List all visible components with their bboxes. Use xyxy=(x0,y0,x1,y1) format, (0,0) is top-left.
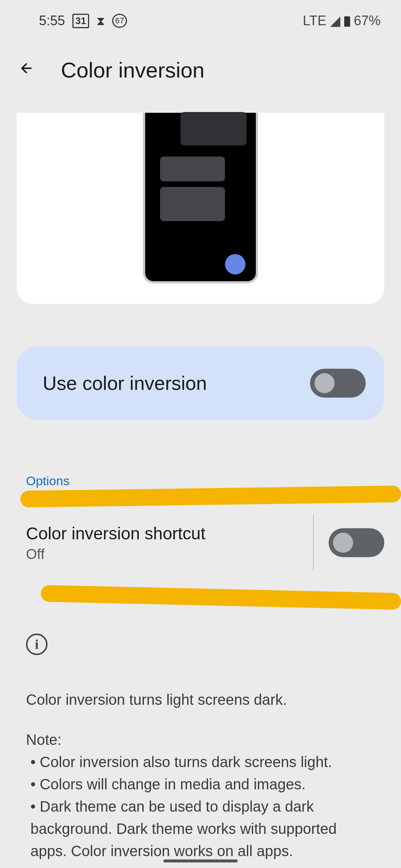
color-inversion-shortcut-row[interactable]: Color inversion shortcut Off xyxy=(26,515,384,571)
mockup-block xyxy=(160,187,225,221)
vertical-divider xyxy=(313,515,314,571)
preview-card xyxy=(17,113,384,304)
status-bar-left: 5:55 31 ⧗ 67 xyxy=(39,13,127,29)
mockup-block xyxy=(180,112,247,145)
status-bar-right: LTE ◢ 67% xyxy=(303,13,381,29)
status-time: 5:55 xyxy=(39,13,65,29)
info-icon: i xyxy=(26,634,48,655)
phone-mockup xyxy=(143,113,258,283)
mockup-block xyxy=(160,157,225,181)
battery-percent: 67% xyxy=(354,13,381,29)
shortcut-title: Color inversion shortcut xyxy=(26,523,309,543)
app-header: Color inversion xyxy=(0,38,401,113)
page-title: Color inversion xyxy=(61,57,205,82)
battery-circle-icon: 67 xyxy=(112,14,127,28)
use-color-inversion-row[interactable]: Use color inversion xyxy=(17,346,384,420)
arrow-left-icon xyxy=(19,60,35,76)
info-text: Color inversion turns light screens dark… xyxy=(26,688,375,862)
hourglass-icon: ⧗ xyxy=(97,14,105,28)
use-color-inversion-label: Use color inversion xyxy=(43,372,207,394)
info-bullet: • Dark theme can be used to display a da… xyxy=(26,795,375,862)
highlight-annotation xyxy=(41,585,401,610)
calendar-icon: 31 xyxy=(72,14,89,28)
shortcut-text: Color inversion shortcut Off xyxy=(26,523,309,562)
shortcut-status: Off xyxy=(26,546,309,562)
info-line: Color inversion turns light screens dark… xyxy=(26,688,375,711)
info-section: i Color inversion turns light screens da… xyxy=(26,634,375,868)
info-note-label: Note: xyxy=(26,729,375,751)
shortcut-toggle[interactable] xyxy=(329,528,384,557)
network-label: LTE xyxy=(303,13,326,29)
highlight-annotation xyxy=(20,486,401,507)
info-bullet: • Colors will change in media and images… xyxy=(26,773,375,795)
info-bullet: • Color inversion also turns dark screen… xyxy=(26,751,375,773)
mockup-fab xyxy=(225,254,245,274)
battery-icon xyxy=(344,16,350,27)
status-bar: 5:55 31 ⧗ 67 LTE ◢ 67% xyxy=(0,0,401,38)
back-button[interactable] xyxy=(15,56,39,83)
toggle-knob xyxy=(314,373,335,393)
navigation-handle[interactable] xyxy=(163,859,238,862)
use-color-inversion-toggle[interactable] xyxy=(310,369,366,398)
signal-icon: ◢ xyxy=(330,13,340,29)
toggle-knob xyxy=(333,533,353,553)
